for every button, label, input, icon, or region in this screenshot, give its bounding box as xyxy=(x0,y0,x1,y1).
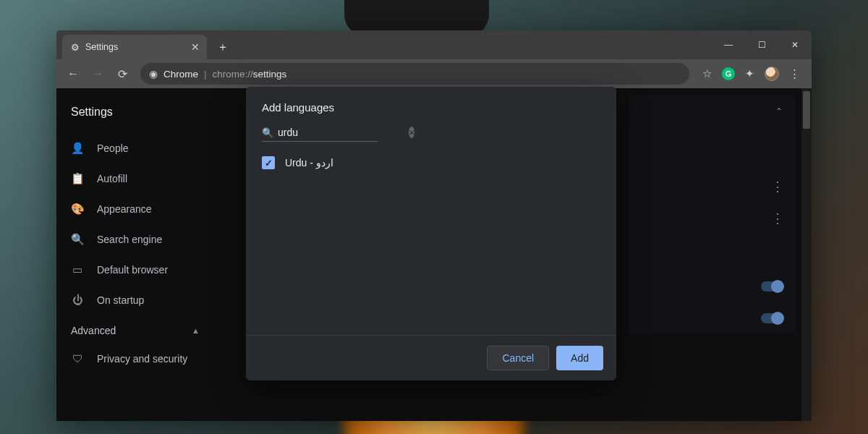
sidebar-item-label: Appearance xyxy=(97,203,152,215)
clear-search-icon[interactable]: ✕ xyxy=(409,127,414,138)
window-controls: — ☐ ✕ xyxy=(712,30,812,59)
language-item-menu[interactable]: ⋮ xyxy=(629,171,796,203)
language-toggle-row[interactable] xyxy=(629,302,796,334)
sidebar-item-label: Privacy and security xyxy=(97,353,187,365)
dialog-title: Add languages xyxy=(246,87,616,119)
settings-sidebar: Settings 👤People 📋Autofill 🎨Appearance 🔍… xyxy=(56,88,214,421)
language-search-input[interactable] xyxy=(278,127,404,138)
checkbox-checked-icon[interactable]: ✓ xyxy=(262,156,275,169)
back-button[interactable]: ← xyxy=(62,63,84,85)
new-tab-button[interactable]: ＋ xyxy=(207,35,239,59)
omnibox-path-dim: chrome:// xyxy=(213,69,253,80)
language-settings-panel: ⌃ ⋮ ⋮ xyxy=(629,95,796,334)
bookmark-star-icon[interactable]: ☆ xyxy=(702,67,712,80)
person-icon: 👤 xyxy=(71,142,84,155)
forward-button[interactable]: → xyxy=(87,63,109,85)
tab-title: Settings xyxy=(85,42,118,52)
language-results-list: ✓ Urdu - اردو xyxy=(246,142,616,335)
chrome-icon: ◉ xyxy=(149,68,158,80)
language-expand-row[interactable]: ⌃ xyxy=(629,95,796,127)
extensions-icon[interactable]: ✦ xyxy=(745,67,754,80)
titlebar: ⚙ Settings ✕ ＋ — ☐ ✕ xyxy=(56,30,812,59)
main-scrollbar[interactable] xyxy=(801,88,812,421)
toggle-switch[interactable] xyxy=(761,281,783,292)
more-vert-icon: ⋮ xyxy=(771,210,783,226)
clipboard-icon: 📋 xyxy=(71,172,84,185)
sidebar-item-label: Autofill xyxy=(97,173,127,184)
language-item-menu[interactable]: ⋮ xyxy=(629,203,796,234)
chevron-up-icon: ⌃ xyxy=(775,106,783,116)
toolbar-right: ☆ G ✦ ⋮ xyxy=(697,67,806,81)
power-icon: ⏻ xyxy=(71,294,84,306)
language-toggle-row[interactable] xyxy=(629,271,796,302)
maximize-button[interactable]: ☐ xyxy=(745,30,778,59)
reload-button[interactable]: ⟳ xyxy=(111,63,133,85)
language-option-label: Urdu - اردو xyxy=(285,157,333,169)
toggle-switch[interactable] xyxy=(761,313,783,323)
sidebar-item-autofill[interactable]: 📋Autofill xyxy=(56,163,214,194)
omnibox-separator: | xyxy=(204,69,207,80)
chevron-up-icon: ▲ xyxy=(192,326,200,335)
omnibox-path-light: settings xyxy=(253,69,287,80)
add-languages-dialog: Add languages 🔍 ✕ ✓ Urdu - اردو Cancel A… xyxy=(246,87,616,380)
sidebar-item-on-startup[interactable]: ⏻On startup xyxy=(56,285,214,315)
omnibox[interactable]: ◉ Chrome | chrome://settings xyxy=(140,63,689,85)
sidebar-item-default-browser[interactable]: ▭Default browser xyxy=(56,255,214,285)
profile-avatar[interactable] xyxy=(765,67,779,81)
dialog-footer: Cancel Add xyxy=(246,335,616,380)
grammarly-extension-icon[interactable]: G xyxy=(722,67,735,80)
browser-icon: ▭ xyxy=(71,263,84,276)
cancel-button[interactable]: Cancel xyxy=(487,346,549,370)
browser-tab[interactable]: ⚙ Settings ✕ xyxy=(62,35,207,59)
palette-icon: 🎨 xyxy=(71,203,84,216)
gear-icon: ⚙ xyxy=(71,42,80,53)
sidebar-item-privacy-security[interactable]: 🛡Privacy and security xyxy=(56,344,214,373)
settings-heading: Settings xyxy=(56,95,214,133)
advanced-label: Advanced xyxy=(71,325,116,336)
search-icon: 🔍 xyxy=(71,233,84,246)
add-button[interactable]: Add xyxy=(556,346,603,370)
sidebar-item-label: People xyxy=(97,142,129,154)
search-icon: 🔍 xyxy=(262,127,273,138)
shield-icon: 🛡 xyxy=(71,352,84,365)
language-option[interactable]: ✓ Urdu - اردو xyxy=(262,149,600,176)
language-search-field[interactable]: 🔍 ✕ xyxy=(262,124,378,142)
omnibox-pill: Chrome xyxy=(163,69,198,80)
sidebar-item-label: On startup xyxy=(97,294,144,306)
advanced-section-toggle[interactable]: Advanced ▲ xyxy=(56,315,214,344)
sidebar-item-search-engine[interactable]: 🔍Search engine xyxy=(56,224,214,255)
kebab-menu-icon[interactable]: ⋮ xyxy=(789,67,800,80)
minimize-button[interactable]: — xyxy=(712,30,745,59)
more-vert-icon: ⋮ xyxy=(771,179,783,195)
toolbar: ← → ⟳ ◉ Chrome | chrome://settings ☆ G ✦… xyxy=(56,59,812,88)
close-tab-icon[interactable]: ✕ xyxy=(191,41,200,53)
sidebar-item-appearance[interactable]: 🎨Appearance xyxy=(56,194,214,224)
close-window-button[interactable]: ✕ xyxy=(778,30,812,59)
sidebar-item-label: Search engine xyxy=(97,234,162,245)
sidebar-item-label: Default browser xyxy=(97,264,168,276)
sidebar-item-people[interactable]: 👤People xyxy=(56,133,214,163)
